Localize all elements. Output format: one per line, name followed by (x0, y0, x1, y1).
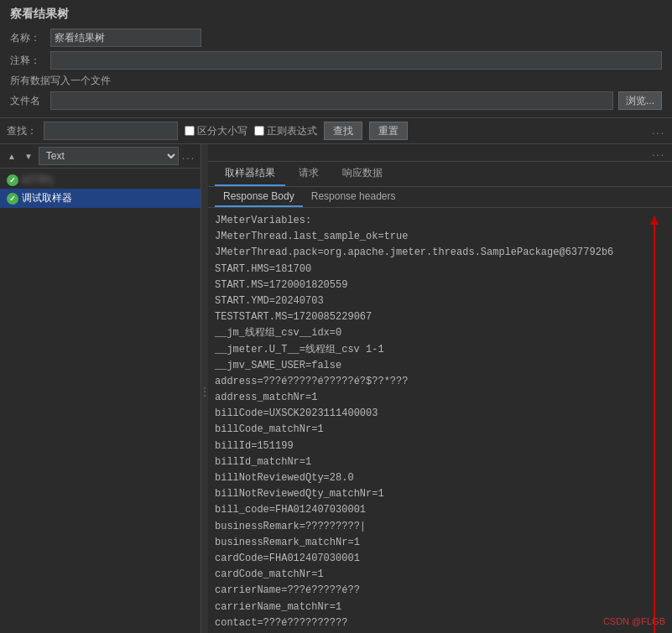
name-row: 名称： (10, 29, 662, 47)
tree-item-http1-label: HTTP1 (22, 174, 54, 186)
left-panel: ▲ ▼ Text ... HTTP1 调试取样器 (0, 144, 201, 633)
tab-request[interactable]: 请求 (289, 162, 329, 186)
content-line-11: address=???é?????é?????é?$??*??? (215, 374, 665, 390)
sub-tabs-row: Response Body Response headers (208, 187, 672, 208)
regex-checkbox[interactable] (254, 126, 264, 136)
content-line-19: bill_code=FHA012407030001 (215, 502, 665, 518)
sub-tab-response-headers[interactable]: Response headers (303, 187, 404, 207)
case-sensitive-label[interactable]: 区分大小写 (185, 124, 247, 138)
file-row: 文件名 浏览... (10, 91, 662, 110)
content-line-24: carrierName=???é?????é?? (215, 583, 665, 599)
panel-resize-handle[interactable] (201, 144, 208, 633)
search-toolbar-dots: ... (652, 125, 665, 137)
text-type-dropdown[interactable]: Text (39, 147, 179, 165)
file-label: 文件名 (10, 94, 45, 108)
content-line-21: businessRemark_matchNr=1 (215, 535, 665, 551)
comment-label: 注释： (10, 54, 45, 68)
content-line-3: JMeterThread.pack=org.apache.jmeter.thre… (215, 245, 665, 261)
content-line-16: billId_matchNr=1 (215, 454, 665, 470)
left-arrow-btn[interactable]: ▲ (5, 151, 18, 162)
content-line-2: JMeterThread.last_sample_ok=true (215, 229, 665, 245)
right-toolbar-dots: ... (652, 147, 665, 158)
content-line-15: billId=151199 (215, 438, 665, 454)
content-line-9: __jmeter.U_T__=线程组_csv 1-1 (215, 342, 665, 358)
sub-tab-response-body[interactable]: Response Body (215, 187, 303, 207)
content-line-23: cardCode_matchNr=1 (215, 567, 665, 583)
tree-item-debug-sampler[interactable]: 调试取样器 (0, 189, 201, 208)
regex-label[interactable]: 正则表达式 (254, 124, 317, 138)
tabs-row: 取样器结果 请求 响应数据 (208, 162, 672, 187)
top-panel: 察看结果树 名称： 注释： 所有数据写入一个文件 文件名 浏览... (0, 0, 672, 118)
content-line-18: billNotReviewedQty_matchNr=1 (215, 486, 665, 502)
content-line-14: billCode_matchNr=1 (215, 422, 665, 438)
reset-button[interactable]: 重置 (369, 122, 408, 140)
tab-sampler-result[interactable]: 取样器结果 (215, 162, 285, 186)
content-line-26: contact=???é?????????? (215, 615, 665, 631)
right-arrow-btn[interactable]: ▼ (22, 151, 35, 162)
http1-status-icon (7, 174, 18, 186)
search-toolbar: 查找： 区分大小写 正则表达式 查找 重置 ... (0, 118, 672, 144)
content-line-8: __jm_线程组_csv__idx=0 (215, 325, 665, 341)
tree-item-debug-label: 调试取样器 (22, 191, 72, 205)
tree-item-http1[interactable]: HTTP1 (0, 172, 201, 189)
content-line-7: TESTSTART.MS=1720085229067 (215, 309, 665, 325)
content-line-4: START.HMS=181700 (215, 262, 665, 278)
content-line-10: __jmv_SAME_USER=false (215, 358, 665, 374)
content-line-25: carrierName_matchNr=1 (215, 599, 665, 615)
content-line-13: billCode=UXSCK2023111400003 (215, 406, 665, 422)
debug-sampler-status-icon (7, 193, 18, 205)
watermark: CSDN @FLGB (603, 616, 665, 626)
content-line-1: JMeterVariables: (215, 213, 665, 229)
comment-input[interactable] (50, 51, 662, 70)
name-input[interactable] (50, 29, 201, 47)
tree-area: HTTP1 调试取样器 (0, 169, 201, 633)
case-sensitive-checkbox[interactable] (185, 126, 195, 136)
find-button[interactable]: 查找 (324, 122, 362, 140)
panel-title: 察看结果树 (10, 7, 662, 22)
content-line-6: START.YMD=20240703 (215, 293, 665, 309)
right-toolbar: ... (208, 144, 672, 162)
content-line-12: address_matchNr=1 (215, 390, 665, 406)
content-line-5: START.MS=1720001820559 (215, 278, 665, 293)
name-label: 名称： (10, 31, 45, 45)
left-toolbar: ▲ ▼ Text ... (0, 144, 201, 169)
main-area: ▲ ▼ Text ... HTTP1 调试取样器 ... 取样器结果 请求 (0, 144, 672, 633)
browse-button[interactable]: 浏览... (618, 91, 662, 110)
comment-row: 注释： (10, 51, 662, 70)
tab-response-data[interactable]: 响应数据 (332, 162, 393, 186)
content-line-17: billNotReviewedQty=28.0 (215, 470, 665, 486)
all-data-label: 所有数据写入一个文件 (10, 74, 662, 88)
file-input[interactable] (50, 91, 613, 110)
right-panel: ... 取样器结果 请求 响应数据 Response Body Response… (208, 144, 672, 633)
left-toolbar-dots: ... (182, 150, 195, 162)
content-area[interactable]: JMeterVariables: JMeterThread.last_sampl… (208, 208, 672, 633)
content-line-22: cardCode=FHA012407030001 (215, 551, 665, 567)
content-line-20: businessRemark=?????????| (215, 519, 665, 535)
search-label: 查找： (7, 124, 37, 138)
search-input[interactable] (44, 122, 178, 140)
